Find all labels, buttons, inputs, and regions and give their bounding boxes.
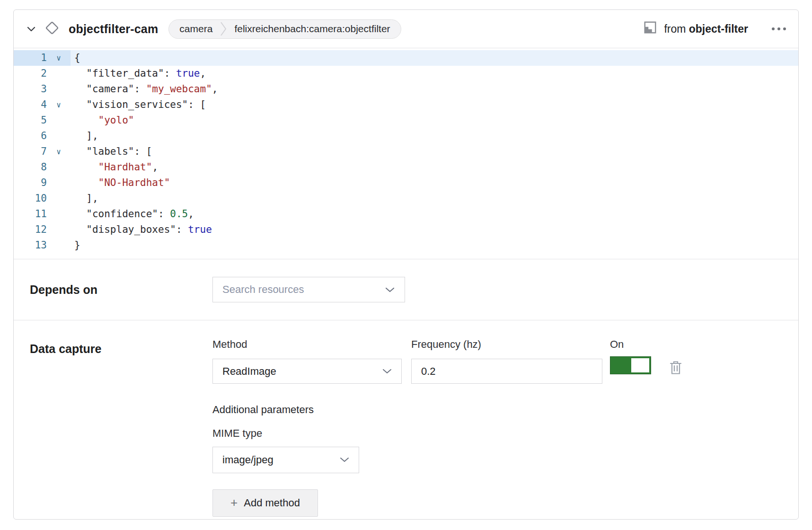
fold-spacer (47, 113, 71, 128)
depends-on-heading: Depends on (30, 283, 212, 297)
chevron-down-icon (382, 369, 392, 374)
code-text: "confidence": 0.5, (71, 206, 798, 222)
method-label: Method (212, 338, 402, 351)
code-line[interactable]: 2 "filter_data": true, (14, 66, 798, 81)
line-number: 10 (14, 191, 47, 206)
code-line[interactable]: 13} (14, 238, 798, 253)
type-badge: camera (179, 23, 212, 35)
method-select[interactable]: ReadImage (212, 359, 402, 384)
model-badge: felixreichenbach:camera:objectfilter (234, 23, 390, 35)
line-number: 8 (14, 159, 47, 175)
additional-parameters-label: Additional parameters (212, 404, 782, 416)
toggle-on-label: On (610, 338, 651, 351)
add-method-label: Add method (244, 497, 300, 509)
code-text: } (71, 238, 798, 253)
chevron-down-icon (385, 287, 395, 293)
line-number: 3 (14, 81, 47, 97)
line-number: 9 (14, 175, 47, 191)
line-number: 4 (14, 97, 47, 113)
component-diamond-icon (44, 20, 60, 38)
toggle-knob (631, 358, 649, 372)
component-title: objectfilter-cam (69, 22, 158, 36)
module-source: from object-filter (643, 20, 748, 37)
fold-spacer (47, 128, 71, 144)
depends-on-section: Depends on Search resources (14, 259, 798, 320)
method-value: ReadImage (222, 365, 276, 378)
code-text: "yolo" (71, 113, 798, 128)
line-number: 6 (14, 128, 47, 144)
from-label: from (664, 23, 686, 35)
code-text: "labels": [ (71, 144, 798, 159)
fold-spacer (47, 66, 71, 81)
code-text: "filter_data": true, (71, 66, 798, 81)
code-text: { (71, 50, 798, 66)
mime-type-value: image/jpeg (222, 454, 274, 466)
fold-spacer (47, 238, 71, 253)
code-text: ], (71, 128, 798, 144)
data-capture-heading: Data capture (30, 338, 212, 356)
code-line[interactable]: 3 "camera": "my_webcam", (14, 81, 798, 97)
fold-spacer (47, 191, 71, 206)
code-line[interactable]: 11 "confidence": 0.5, (14, 206, 798, 222)
fold-spacer (47, 222, 71, 238)
code-text: "NO-Hardhat" (71, 175, 798, 191)
line-number: 13 (14, 238, 47, 253)
delete-method-trash-icon[interactable] (669, 360, 682, 375)
component-card: objectfilter-cam camera felixreichenbach… (13, 9, 799, 520)
capture-toggle[interactable] (610, 356, 651, 374)
fold-spacer (47, 206, 71, 222)
depends-on-search-select[interactable]: Search resources (212, 277, 405, 302)
code-line[interactable]: 10 ], (14, 191, 798, 206)
fold-chevron-icon[interactable]: ∨ (47, 97, 71, 113)
fold-spacer (47, 81, 71, 97)
code-line[interactable]: 12 "display_boxes": true (14, 222, 798, 238)
frequency-input-wrap (411, 359, 602, 384)
frequency-label: Frequency (hz) (411, 338, 602, 351)
module-name: object-filter (689, 23, 748, 35)
code-text: "display_boxes": true (71, 222, 798, 238)
frequency-input[interactable] (421, 365, 592, 378)
fold-spacer (47, 175, 71, 191)
code-text: "vision_services": [ (71, 97, 798, 113)
line-number: 5 (14, 113, 47, 128)
fold-chevron-icon[interactable]: ∨ (47, 50, 71, 66)
search-resources-placeholder: Search resources (222, 283, 304, 296)
code-text: "Hardhat", (71, 159, 798, 175)
collapse-chevron-icon[interactable] (26, 26, 36, 32)
fold-spacer (47, 159, 71, 175)
line-number: 12 (14, 222, 47, 238)
mime-type-label: MIME type (212, 427, 782, 440)
json-config-editor[interactable]: 1∨{2 "filter_data": true,3 "camera": "my… (14, 48, 798, 259)
code-line[interactable]: 1∨{ (14, 50, 798, 66)
line-number: 1 (14, 50, 47, 66)
line-number: 2 (14, 66, 47, 81)
data-capture-section: Data capture Method ReadImage Frequency … (14, 320, 798, 520)
module-icon (643, 20, 657, 37)
plus-icon: + (230, 496, 238, 509)
component-header: objectfilter-cam camera felixreichenbach… (14, 10, 798, 48)
line-number: 7 (14, 144, 47, 159)
fold-chevron-icon[interactable]: ∨ (47, 144, 71, 159)
code-line[interactable]: 8 "Hardhat", (14, 159, 798, 175)
code-line[interactable]: 6 ], (14, 128, 798, 144)
code-line[interactable]: 9 "NO-Hardhat" (14, 175, 798, 191)
add-method-button[interactable]: + Add method (212, 489, 318, 517)
component-type-model-badge: camera felixreichenbach:camera:objectfil… (168, 19, 401, 39)
chevron-down-icon (340, 457, 349, 463)
code-line[interactable]: 7∨ "labels": [ (14, 144, 798, 159)
code-text: "camera": "my_webcam", (71, 81, 798, 97)
line-number: 11 (14, 206, 47, 222)
badge-separator-chevron-icon (220, 20, 227, 37)
code-text: ], (71, 191, 798, 206)
code-line[interactable]: 4∨ "vision_services": [ (14, 97, 798, 113)
mime-type-select[interactable]: image/jpeg (212, 447, 359, 473)
code-line[interactable]: 5 "yolo" (14, 113, 798, 128)
more-options-icon[interactable] (772, 27, 786, 30)
